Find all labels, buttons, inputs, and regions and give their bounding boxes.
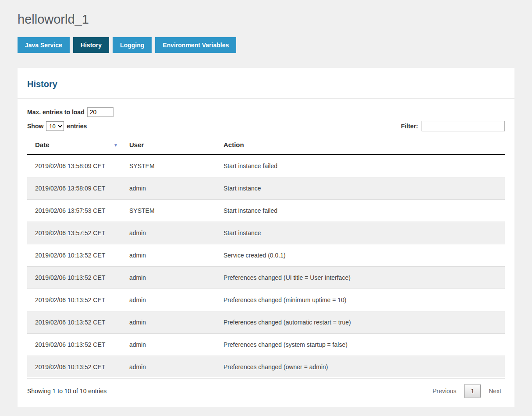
cell-action: Start instance [216, 177, 505, 200]
showing-info: Showing 1 to 10 of 10 entries [27, 388, 106, 395]
cell-action: Start instance failed [216, 200, 505, 222]
cell-user: SYSTEM [121, 200, 216, 222]
cell-action: Preferences changed (owner = admin) [216, 356, 505, 378]
pagination: Previous 1 Next [429, 384, 505, 398]
tab-environment-variables[interactable]: Environment Variables [155, 37, 236, 53]
cell-user: admin [121, 311, 216, 334]
cell-date: 2019/02/06 10:13:52 CET [27, 311, 121, 334]
cell-date: 2019/02/06 13:57:52 CET [27, 222, 121, 244]
table-row: 2019/02/06 10:13:52 CET admin Service cr… [27, 244, 505, 267]
tab-logging[interactable]: Logging [113, 37, 152, 53]
cell-action: Start instance failed [216, 155, 505, 177]
show-label: Show [27, 123, 43, 130]
column-header-user[interactable]: User [121, 137, 216, 155]
next-button[interactable]: Next [485, 385, 505, 397]
page-length-select[interactable]: 10 [46, 121, 64, 131]
cell-date: 2019/02/06 10:13:52 CET [27, 267, 121, 289]
cell-action: Preferences changed (UI title = User Int… [216, 267, 505, 289]
cell-date: 2019/02/06 10:13:52 CET [27, 244, 121, 267]
cell-date: 2019/02/06 13:58:09 CET [27, 155, 121, 177]
max-entries-row: Max. entries to load [27, 107, 505, 117]
page-length-control: Show 10 entries [27, 121, 87, 131]
cell-user: admin [121, 222, 216, 244]
cell-action: Service created (0.0.1) [216, 244, 505, 267]
column-header-date-label: Date [35, 141, 50, 148]
entries-label: entries [67, 123, 87, 130]
cell-user: admin [121, 289, 216, 311]
cell-user: admin [121, 177, 216, 200]
sort-descending-icon: ▼ [113, 143, 118, 148]
page-title: helloworld_1 [18, 12, 514, 27]
panel-heading: History [27, 79, 505, 89]
filter-control: Filter: [401, 121, 505, 131]
column-header-action[interactable]: Action [216, 137, 505, 155]
max-entries-input[interactable] [87, 107, 113, 117]
cell-action: Preferences changed (automatic restart =… [216, 311, 505, 334]
table-row: 2019/02/06 10:13:52 CET admin Preference… [27, 267, 505, 289]
table-header-row: Date ▼ User Action [27, 137, 505, 155]
cell-user: SYSTEM [121, 155, 216, 177]
filter-label: Filter: [401, 123, 418, 130]
cell-date: 2019/02/06 10:13:52 CET [27, 334, 121, 356]
column-header-user-label: User [129, 141, 144, 148]
show-filter-row: Show 10 entries Filter: [27, 121, 505, 131]
column-header-date[interactable]: Date ▼ [27, 137, 121, 155]
cell-action: Preferences changed (system startup = fa… [216, 334, 505, 356]
cell-user: admin [121, 334, 216, 356]
table-row: 2019/02/06 10:13:52 CET admin Preference… [27, 289, 505, 311]
tab-history[interactable]: History [73, 37, 109, 53]
max-entries-label: Max. entries to load [27, 109, 85, 116]
previous-button[interactable]: Previous [429, 385, 460, 397]
tab-java-service[interactable]: Java Service [18, 37, 70, 53]
cell-date: 2019/02/06 10:13:52 CET [27, 356, 121, 378]
cell-date: 2019/02/06 13:57:53 CET [27, 200, 121, 222]
table-row: 2019/02/06 10:13:52 CET admin Preference… [27, 334, 505, 356]
table-row: 2019/02/06 10:13:52 CET admin Preference… [27, 311, 505, 334]
panel-body: Max. entries to load Show 10 entries Fil… [18, 99, 514, 407]
cell-action: Preferences changed (minimum uptime = 10… [216, 289, 505, 311]
cell-date: 2019/02/06 13:58:09 CET [27, 177, 121, 200]
tab-bar: Java Service History Logging Environment… [18, 37, 514, 53]
history-table-body: 2019/02/06 13:58:09 CET SYSTEM Start ins… [27, 155, 505, 378]
table-row: 2019/02/06 10:13:52 CET admin Preference… [27, 356, 505, 378]
table-row: 2019/02/06 13:58:09 CET admin Start inst… [27, 177, 505, 200]
panel-header: History [18, 68, 514, 99]
history-table: Date ▼ User Action 2019/02/06 13:58:09 C… [27, 137, 505, 378]
cell-user: admin [121, 356, 216, 378]
table-row: 2019/02/06 13:58:09 CET SYSTEM Start ins… [27, 155, 505, 177]
column-header-action-label: Action [223, 141, 244, 148]
table-footer: Showing 1 to 10 of 10 entries Previous 1… [27, 378, 505, 407]
cell-user: admin [121, 244, 216, 267]
cell-action: Start instance [216, 222, 505, 244]
table-row: 2019/02/06 13:57:53 CET SYSTEM Start ins… [27, 200, 505, 222]
cell-user: admin [121, 267, 216, 289]
page-1-button[interactable]: 1 [464, 384, 481, 398]
history-panel: History Max. entries to load Show 10 ent… [18, 68, 514, 407]
filter-input[interactable] [422, 121, 505, 131]
cell-date: 2019/02/06 10:13:52 CET [27, 289, 121, 311]
table-row: 2019/02/06 13:57:52 CET admin Start inst… [27, 222, 505, 244]
